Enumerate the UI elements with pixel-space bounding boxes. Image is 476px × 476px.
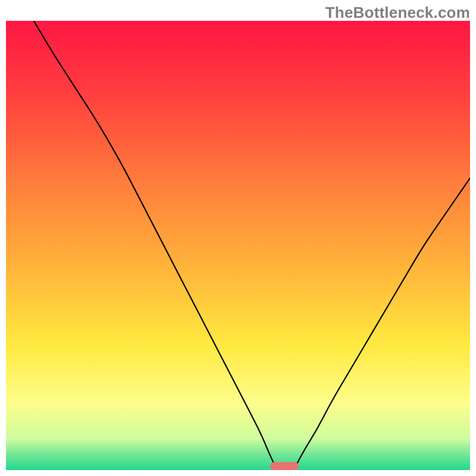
- plot-area: [6, 21, 470, 470]
- minimum-marker: [271, 462, 299, 470]
- watermark-text: TheBottleneck.com: [325, 4, 470, 22]
- plot-svg: [6, 21, 470, 470]
- chart-container: TheBottleneck.com: [0, 0, 476, 476]
